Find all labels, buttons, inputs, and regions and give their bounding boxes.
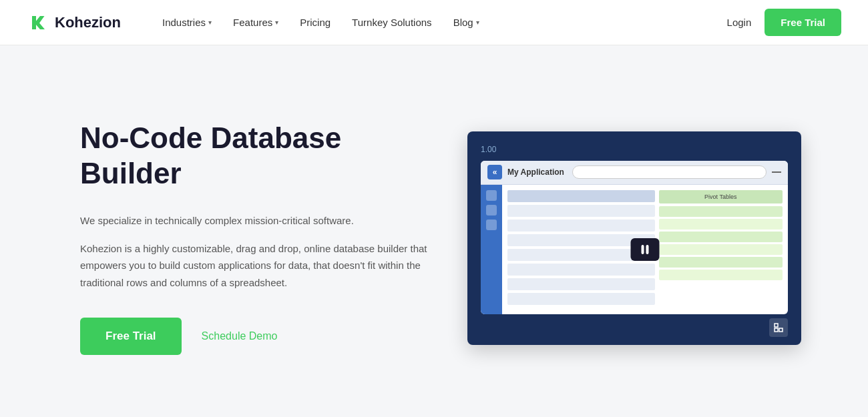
app-search-bar <box>572 165 767 179</box>
app-icon: « <box>487 165 502 179</box>
blog-chevron-icon: ▾ <box>476 19 479 26</box>
app-table-right: Pivot Tables <box>659 190 783 282</box>
video-controls <box>481 314 788 338</box>
table-row <box>507 205 655 217</box>
hero-description-2: Kohezion is a highly customizable, drag … <box>80 240 427 292</box>
table-row <box>507 278 655 290</box>
hero-left: No-Code Database Builder We specialize i… <box>80 121 427 356</box>
table-row <box>507 220 655 232</box>
sidebar-item <box>486 220 497 230</box>
pivot-cell <box>659 232 783 242</box>
sidebar-item <box>486 205 497 216</box>
site-header: Kohezion Industries ▾ Features ▾ Pricing… <box>0 0 868 45</box>
fullscreen-icon[interactable] <box>769 318 788 337</box>
main-nav: Industries ▾ Features ▾ Pricing Turnkey … <box>154 11 727 33</box>
app-sidebar <box>481 185 502 314</box>
hero-section: No-Code Database Builder We specialize i… <box>0 45 868 417</box>
hero-actions: Free Trial Schedule Demo <box>80 318 427 355</box>
app-title: My Application <box>507 167 564 177</box>
pivot-cell <box>659 206 783 217</box>
nav-blog[interactable]: Blog ▾ <box>445 11 487 33</box>
header-right: Login Free Trial <box>727 9 841 36</box>
video-version: 1.00 <box>481 145 788 154</box>
table-row <box>507 264 655 276</box>
video-player: 1.00 « My Application <box>467 131 801 345</box>
pause-bar-right <box>646 245 649 254</box>
pause-bar-left <box>642 245 644 254</box>
app-content: Pivot Tables <box>481 185 788 314</box>
hero-title: No-Code Database Builder <box>80 121 427 191</box>
table-header-row <box>507 190 655 202</box>
app-main-area: Pivot Tables <box>502 185 788 314</box>
nav-pricing[interactable]: Pricing <box>292 11 339 33</box>
pivot-cell <box>659 257 783 268</box>
logo-icon <box>27 12 48 33</box>
industries-chevron-icon: ▾ <box>208 19 212 26</box>
pivot-cell <box>659 219 783 230</box>
svg-rect-1 <box>779 328 783 332</box>
table-row <box>507 293 655 305</box>
hero-right: 1.00 « My Application <box>467 131 801 345</box>
svg-rect-2 <box>775 328 778 332</box>
logo-link[interactable]: Kohezion <box>27 12 121 33</box>
login-link[interactable]: Login <box>727 17 752 28</box>
nav-turnkey-solutions[interactable]: Turnkey Solutions <box>344 11 440 33</box>
features-chevron-icon: ▾ <box>275 19 278 26</box>
logo-text: Kohezion <box>55 14 121 31</box>
nav-industries[interactable]: Industries ▾ <box>154 11 220 33</box>
app-minimize-icon <box>772 171 781 173</box>
pivot-cell <box>659 244 783 255</box>
app-bar: « My Application <box>481 161 788 185</box>
nav-features[interactable]: Features ▾ <box>225 11 286 33</box>
pivot-cell <box>659 270 783 280</box>
video-screen: « My Application <box>481 161 788 314</box>
pause-icon <box>642 245 649 254</box>
free-trial-button-main[interactable]: Free Trial <box>80 318 182 355</box>
svg-rect-0 <box>775 324 778 327</box>
hero-description-1: We specialize in technically complex mis… <box>80 212 427 230</box>
pause-overlay[interactable] <box>631 238 660 261</box>
pivot-header: Pivot Tables <box>659 190 783 203</box>
free-trial-button-header[interactable]: Free Trial <box>765 9 841 36</box>
schedule-demo-link[interactable]: Schedule Demo <box>202 330 278 342</box>
sidebar-item <box>486 190 497 201</box>
